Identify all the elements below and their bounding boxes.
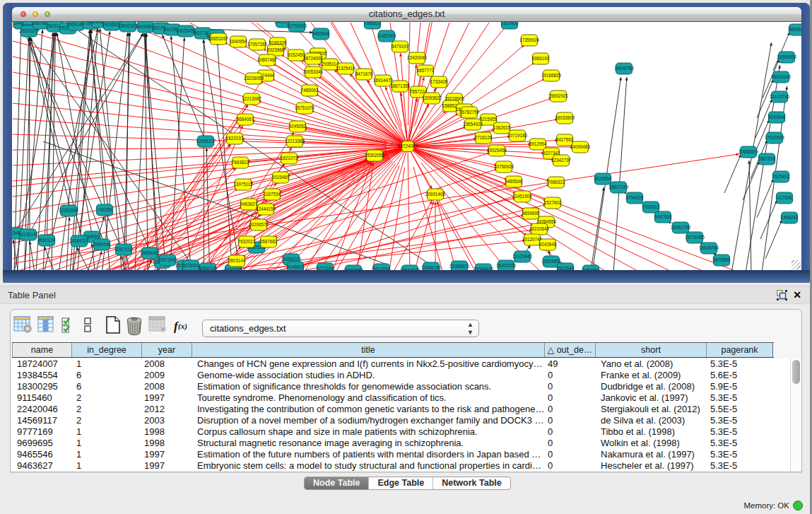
svg-text:16033809: 16033809	[555, 115, 575, 120]
svg-text:9465546: 9465546	[505, 179, 523, 184]
svg-text:2718126: 2718126	[475, 135, 493, 140]
svg-text:18300295: 18300295	[496, 263, 517, 268]
svg-text:12444159: 12444159	[256, 206, 276, 211]
svg-text:1621072: 1621072	[281, 156, 298, 160]
svg-text:16210643: 16210643	[771, 74, 792, 79]
svg-text:19388923: 19388923	[449, 264, 470, 269]
svg-text:16210643: 16210643	[529, 226, 550, 231]
svg-text:1822037: 1822037	[226, 136, 244, 141]
svg-text:16853267: 16853267	[208, 36, 229, 41]
svg-text:12213383: 12213383	[285, 139, 305, 144]
svg-text:3878342: 3878342	[182, 263, 200, 268]
svg-text:7663822: 7663822	[232, 160, 249, 165]
svg-text:9242848: 9242848	[539, 242, 557, 247]
svg-text:12093822: 12093822	[422, 95, 442, 100]
svg-text:16648784: 16648784	[614, 66, 635, 71]
svg-text:10654122: 10654122	[281, 257, 302, 262]
svg-text:10756928: 10756928	[287, 23, 307, 28]
svg-text:12923446: 12923446	[512, 254, 533, 259]
svg-text:10756928: 10756928	[494, 164, 514, 169]
svg-text:20364436: 20364436	[473, 267, 494, 270]
svg-text:3624554: 3624554	[594, 176, 612, 181]
svg-text:1527602: 1527602	[501, 22, 519, 25]
svg-text:9657771: 9657771	[417, 68, 435, 73]
svg-text:20053346: 20053346	[303, 69, 324, 74]
svg-text:17957265: 17957265	[247, 42, 268, 47]
svg-text:9684067: 9684067	[237, 117, 254, 122]
svg-text:1010755: 1010755	[225, 267, 242, 270]
svg-text:8990448: 8990448	[93, 242, 111, 247]
svg-text:10025458: 10025458	[487, 148, 507, 153]
svg-text:12213987: 12213987	[242, 96, 262, 101]
svg-text:6794028: 6794028	[626, 195, 644, 200]
svg-text:9465546: 9465546	[312, 31, 330, 36]
svg-text:7986322: 7986322	[364, 22, 382, 25]
svg-text:9699695: 9699695	[522, 211, 540, 216]
svg-text:13975115: 13975115	[233, 182, 253, 187]
svg-text:9777169: 9777169	[317, 266, 334, 270]
svg-text:8660124: 8660124	[38, 238, 56, 243]
svg-text:9146821: 9146821	[287, 264, 305, 269]
svg-text:9699695: 9699695	[789, 27, 801, 32]
svg-text:7485063: 7485063	[301, 88, 319, 93]
svg-text:10046786: 10046786	[421, 265, 442, 270]
svg-text:15751074: 15751074	[295, 105, 315, 110]
svg-text:9245052: 9245052	[289, 124, 307, 129]
svg-text:19166825: 19166825	[541, 73, 562, 78]
svg-text:16543342: 16543342	[400, 268, 420, 270]
svg-text:14569117: 14569117	[69, 238, 89, 243]
svg-text:9463627: 9463627	[240, 201, 258, 206]
svg-text:10120746: 10120746	[770, 94, 790, 99]
svg-text:18724007: 18724007	[398, 144, 418, 148]
svg-text:10719185: 10719185	[507, 133, 528, 138]
svg-text:11325419: 11325419	[336, 66, 355, 71]
svg-text:16961758: 16961758	[671, 225, 691, 230]
svg-text:12342737: 12342737	[551, 158, 572, 163]
svg-text:9115460: 9115460	[272, 175, 290, 180]
svg-text:20691406: 20691406	[425, 192, 446, 197]
svg-text:2453384: 2453384	[582, 268, 600, 270]
svg-text:746266: 746266	[97, 207, 112, 212]
svg-text:6966160: 6966160	[532, 56, 550, 61]
svg-text:7986322: 7986322	[548, 180, 565, 185]
svg-text:25302055: 25302055	[343, 268, 364, 270]
svg-text:8427552: 8427552	[556, 137, 574, 142]
svg-text:20206576: 20206576	[249, 222, 269, 227]
svg-text:15692921: 15692921	[548, 93, 569, 98]
svg-text:1167534: 1167534	[264, 192, 281, 197]
svg-text:6479197: 6479197	[392, 44, 409, 49]
svg-text:2867608: 2867608	[758, 156, 776, 161]
svg-text:1362615: 1362615	[493, 125, 511, 130]
svg-text:10688609: 10688609	[739, 149, 759, 154]
svg-text:2803144: 2803144	[228, 258, 246, 263]
svg-text:1640954: 1640954	[230, 39, 247, 44]
svg-text:9242848: 9242848	[768, 115, 786, 119]
svg-text:7632021: 7632021	[238, 239, 256, 244]
svg-text:16782759: 16782759	[459, 110, 480, 115]
svg-text:2522544: 2522544	[557, 266, 575, 270]
svg-text:18807249: 18807249	[608, 185, 629, 189]
svg-text:8454749: 8454749	[199, 266, 217, 270]
svg-text:7625402: 7625402	[772, 174, 790, 179]
svg-text:(x): (x)	[178, 322, 187, 331]
svg-text:19384554: 19384554	[777, 54, 797, 59]
svg-text:18724007: 18724007	[303, 56, 324, 61]
svg-text:13654923: 13654923	[463, 122, 483, 127]
svg-text:22420046: 22420046	[407, 55, 428, 60]
svg-text:6497568: 6497568	[654, 214, 672, 219]
svg-text:19654952: 19654952	[140, 250, 160, 255]
svg-text:11451904: 11451904	[512, 194, 532, 199]
svg-text:16648784: 16648784	[699, 245, 719, 250]
svg-text:15716485: 15716485	[685, 235, 705, 240]
svg-text:17010534: 17010534	[765, 135, 785, 140]
svg-text:10025458: 10025458	[176, 28, 196, 33]
svg-text:16914479: 16914479	[373, 78, 394, 83]
svg-text:8813054: 8813054	[373, 267, 391, 270]
svg-text:9323966: 9323966	[267, 47, 285, 52]
svg-text:11451904: 11451904	[377, 33, 396, 38]
svg-text:25302055: 25302055	[365, 153, 385, 158]
svg-text:14136141: 14136141	[18, 232, 39, 237]
svg-text:1527602: 1527602	[544, 200, 562, 205]
svg-text:417006: 417006	[777, 195, 792, 200]
svg-text:17359924: 17359924	[519, 37, 540, 42]
